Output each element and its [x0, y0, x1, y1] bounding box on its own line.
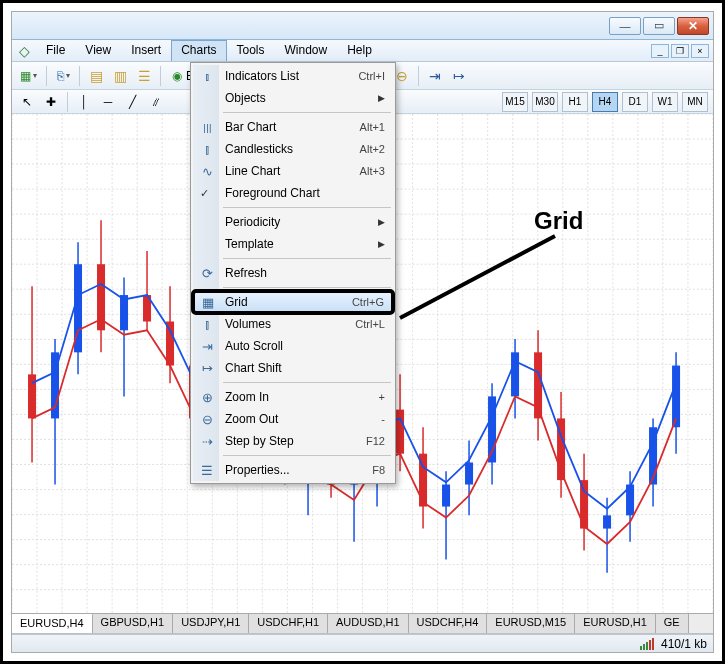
menuitem-zoom-out[interactable]: ⊖Zoom Out-	[193, 408, 393, 430]
minimize-button[interactable]: —	[609, 17, 641, 35]
tf-h1[interactable]: H1	[562, 92, 588, 112]
tf-mn[interactable]: MN	[682, 92, 708, 112]
chart-tab[interactable]: EURUSD,M15	[487, 614, 575, 633]
menuitem-bar-chart[interactable]: ⫼Bar ChartAlt+1	[193, 116, 393, 138]
channel-tool[interactable]: ⫽	[145, 91, 167, 113]
menu-charts[interactable]: Charts	[171, 40, 226, 61]
charts-dropdown-menu: ⫾Indicators ListCtrl+IObjects▶⫼Bar Chart…	[190, 62, 396, 484]
menuitem-template[interactable]: Template▶	[193, 233, 393, 255]
menuitem-objects[interactable]: Objects▶	[193, 87, 393, 109]
svg-rect-101	[603, 515, 611, 528]
menuitem-indicators-list[interactable]: ⫾Indicators ListCtrl+I	[193, 65, 393, 87]
barchart-icon: ⫼	[197, 120, 217, 135]
navigator-button[interactable]: ☰	[133, 65, 155, 87]
autoscroll-button[interactable]: ⇥	[424, 65, 446, 87]
menu-insert[interactable]: Insert	[121, 40, 171, 61]
profiles-button[interactable]: ⎘▾	[52, 65, 74, 87]
menuitem-foreground-chart[interactable]: ✓Foreground Chart	[193, 182, 393, 204]
svg-rect-89	[465, 462, 473, 484]
chartshift-icon: ↦	[197, 361, 217, 376]
menuitem-candlesticks[interactable]: ⫿CandlesticksAlt+2	[193, 138, 393, 160]
menu-view[interactable]: View	[75, 40, 121, 61]
svg-rect-87	[442, 485, 450, 507]
mdi-close-button[interactable]: ×	[691, 44, 709, 58]
menu-help[interactable]: Help	[337, 40, 382, 61]
refresh-icon: ⟳	[197, 266, 217, 281]
mdi-restore-button[interactable]: ❐	[671, 44, 689, 58]
menuitem-grid[interactable]: ▦GridCtrl+G	[193, 291, 393, 313]
menuitem-chart-shift[interactable]: ↦Chart Shift	[193, 357, 393, 379]
data-window-button[interactable]: ▥	[109, 65, 131, 87]
app-icon: ◇	[12, 40, 36, 61]
mdi-minimize-button[interactable]: _	[651, 44, 669, 58]
properties-icon: ☰	[197, 463, 217, 478]
svg-rect-63	[166, 321, 174, 365]
chart-tab[interactable]: EURUSD,H1	[575, 614, 656, 633]
crosshair-tool[interactable]: ✚	[40, 91, 62, 113]
market-watch-button[interactable]: ▤	[85, 65, 107, 87]
zoomout-icon: ⊖	[197, 412, 217, 427]
chart-tab[interactable]: USDCHF,H4	[409, 614, 488, 633]
svg-rect-107	[672, 366, 680, 428]
grid-icon: ▦	[198, 295, 218, 310]
step-icon: ⇢	[197, 434, 217, 449]
annotation-callout: Grid	[534, 207, 583, 235]
autoscroll-icon: ⇥	[197, 339, 217, 354]
chart-tab[interactable]: USDCHF,H1	[249, 614, 328, 633]
close-button[interactable]: ✕	[677, 17, 709, 35]
linechart-icon: ∿	[197, 164, 217, 179]
tf-w1[interactable]: W1	[652, 92, 678, 112]
maximize-button[interactable]: ▭	[643, 17, 675, 35]
chart-tab[interactable]: GBPUSD,H1	[93, 614, 174, 633]
menu-tools[interactable]: Tools	[227, 40, 275, 61]
menuitem-properties-[interactable]: ☰Properties...F8	[193, 459, 393, 481]
menuitem-auto-scroll[interactable]: ⇥Auto Scroll	[193, 335, 393, 357]
status-speed: 410/1 kb	[661, 637, 707, 651]
indicators-icon: ⫾	[197, 69, 217, 84]
tf-d1[interactable]: D1	[622, 92, 648, 112]
menuitem-volumes[interactable]: ⫿VolumesCtrl+L	[193, 313, 393, 335]
chart-tab[interactable]: USDJPY,H1	[173, 614, 249, 633]
cursor-tool[interactable]: ↖	[16, 91, 38, 113]
vline-tool[interactable]: │	[73, 91, 95, 113]
tf-m30[interactable]: M30	[532, 92, 558, 112]
menuitem-refresh[interactable]: ⟳Refresh	[193, 262, 393, 284]
hline-tool[interactable]: ─	[97, 91, 119, 113]
menu-file[interactable]: File	[36, 40, 75, 61]
menuitem-step-by-step[interactable]: ⇢Step by StepF12	[193, 430, 393, 452]
zoomin-icon: ⊕	[197, 390, 217, 405]
tf-m15[interactable]: M15	[502, 92, 528, 112]
chart-tabs: EURUSD,H4GBPUSD,H1USDJPY,H1USDCHF,H1AUDU…	[12, 613, 713, 633]
candles-icon: ⫿	[197, 142, 217, 157]
statusbar: 410/1 kb	[12, 634, 713, 652]
window-titlebar: — ▭ ✕	[12, 12, 713, 40]
chartshift-button[interactable]: ↦	[448, 65, 470, 87]
menuitem-line-chart[interactable]: ∿Line ChartAlt+3	[193, 160, 393, 182]
tf-h4[interactable]: H4	[592, 92, 618, 112]
menuitem-zoom-in[interactable]: ⊕Zoom In+	[193, 386, 393, 408]
menubar: ◇ File View Insert Charts Tools Window H…	[12, 40, 713, 62]
chart-tab[interactable]: AUDUSD,H1	[328, 614, 409, 633]
chart-tab[interactable]: GE	[656, 614, 689, 633]
volumes-icon: ⫿	[197, 317, 217, 332]
connection-bars-icon	[640, 638, 655, 650]
svg-rect-83	[396, 410, 404, 454]
chart-tab[interactable]: EURUSD,H4	[12, 613, 93, 633]
menu-window[interactable]: Window	[275, 40, 338, 61]
trendline-tool[interactable]: ╱	[121, 91, 143, 113]
menuitem-periodicity[interactable]: Periodicity▶	[193, 211, 393, 233]
svg-rect-93	[511, 352, 519, 396]
new-chart-button[interactable]: ▦▾	[16, 65, 41, 87]
